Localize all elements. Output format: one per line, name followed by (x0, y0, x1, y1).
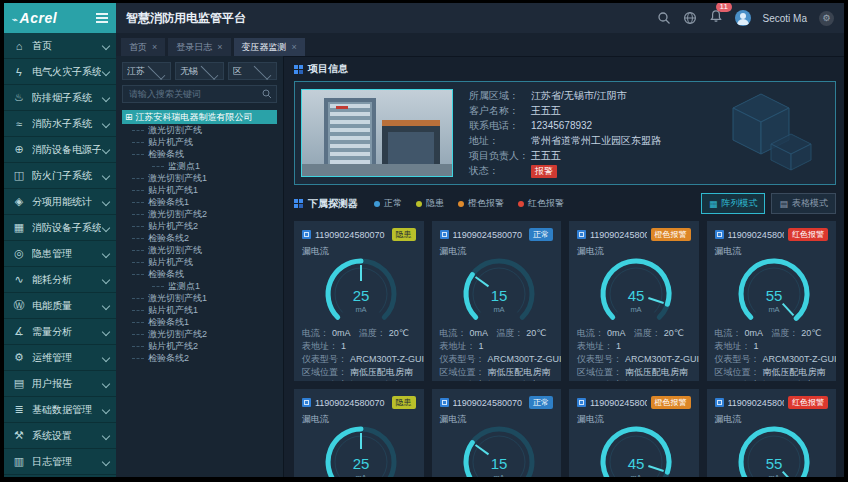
tab-1[interactable]: 首页× (121, 38, 165, 56)
sidebar-item-log-mgmt[interactable]: ▥日志管理 (4, 449, 116, 475)
stat-value: 0mA (332, 327, 351, 340)
leakage-gauge: 55mA (715, 256, 833, 326)
detector-card[interactable]: 11909024580070红色报警漏电流55mA电流：0mA温度：20℃表地址… (707, 221, 837, 381)
stat-value: 0mA (607, 327, 626, 340)
hamburger-menu-icon[interactable] (96, 11, 108, 25)
leakage-gauge: 15mA (440, 256, 558, 326)
sidebar-item-energy-stat[interactable]: ◈分项用能统计 (4, 189, 116, 215)
tree-item[interactable]: 监测点1 (122, 160, 277, 172)
tree-search-input[interactable] (127, 88, 262, 100)
stat-value: ARCM300T-Z-GUIM (488, 353, 562, 366)
tab-2[interactable]: 登录日志× (168, 38, 230, 56)
sidebar-item-demand-analysis[interactable]: ∡需量分析 (4, 319, 116, 345)
stat-label: 表地址： (440, 340, 476, 353)
sidebar-item-base-data[interactable]: ≣基础数据管理 (4, 397, 116, 423)
tree-item[interactable]: 贴片机产线 (122, 136, 277, 148)
tree-item[interactable]: 检验条线2 (122, 232, 277, 244)
meter-icon (577, 230, 586, 239)
province-select[interactable]: 江苏省 (122, 62, 171, 80)
detector-card[interactable]: 11909024580070橙色报警漏电流45mA电流：0mA温度：20℃表地址… (569, 389, 699, 477)
notifications-button[interactable]: 11 (709, 9, 723, 27)
sidebar-item-energy-analysis[interactable]: ∿能耗分析 (4, 267, 116, 293)
tree-item[interactable]: 监测点1 (122, 280, 277, 292)
detector-card[interactable]: 11909024580070正常漏电流15mA电流：0mA温度：20℃表地址：1… (432, 389, 562, 477)
settings-gear-icon[interactable]: ⚙ (819, 11, 834, 26)
stat-label: 仪表型号： (577, 353, 622, 366)
tree-item[interactable]: 贴片机产线2 (122, 220, 277, 232)
tree-item[interactable]: 贴片机产线2 (122, 340, 277, 352)
fullscreen-icon[interactable] (683, 11, 697, 25)
tab-3[interactable]: 变压器监测× (234, 38, 305, 56)
tree-item[interactable]: 激光切割产线2 (122, 328, 277, 340)
energy-stat-icon: ◈ (11, 195, 27, 208)
gauge-wrap: 25mA (302, 424, 416, 477)
tree-item-label: 检验条线 (148, 268, 184, 280)
chevron-down-icon (102, 327, 110, 335)
sidebar-item-fire-power[interactable]: ⊕消防设备电源子系统 (4, 137, 116, 163)
detector-card[interactable]: 11909024580070正常漏电流15mA电流：0mA温度：20℃表地址：1… (432, 221, 562, 381)
grid-mode-button[interactable]: ▦ 阵列模式 (701, 193, 766, 214)
sidebar-item-label: 消防设备子系统 (32, 221, 101, 235)
tree-item[interactable]: 贴片机产线 (122, 256, 277, 268)
sidebar-menu: ⌂首页ϟ电气火灾子系统♨防排烟子系统≈消防水子系统⊕消防设备电源子系统◫防火门子… (4, 33, 116, 475)
tree-item[interactable]: 检验条线 (122, 268, 277, 280)
stat-label: 温度： (359, 327, 386, 340)
svg-text:45: 45 (628, 455, 645, 472)
tree-item[interactable]: 贴片机产线1 (122, 184, 277, 196)
stat-value: 20℃ (526, 327, 546, 340)
tab-close-icon[interactable]: × (152, 42, 157, 52)
tree-item[interactable]: 激光切割产线 (122, 124, 277, 136)
sidebar-item-smoke-control[interactable]: ♨防排烟子系统 (4, 85, 116, 111)
stat-value: 20℃ (664, 327, 684, 340)
city-select[interactable]: 无锡市 (175, 62, 224, 80)
card-header: 11909024580070橙色报警 (577, 228, 691, 241)
current-stat: 电流：0mA (440, 327, 497, 340)
sidebar-item-label: 能耗分析 (32, 273, 101, 287)
sidebar-item-label: 分项用能统计 (32, 195, 101, 209)
sidebar-item-user-report[interactable]: ▤用户报告 (4, 371, 116, 397)
district-select[interactable]: 区 (228, 62, 277, 80)
sidebar-item-ops-mgmt[interactable]: ⚙运维管理 (4, 345, 116, 371)
tree-item[interactable]: 检验条线 (122, 148, 277, 160)
detector-card[interactable]: 11909024580070隐患漏电流25mA电流：0mA温度：20℃表地址：1… (294, 221, 424, 381)
tree-item[interactable]: 激光切割产线2 (122, 208, 277, 220)
sidebar-item-electric-fire[interactable]: ϟ电气火灾子系统 (4, 59, 116, 85)
sidebar-item-fire-door[interactable]: ◫防火门子系统 (4, 163, 116, 189)
tree-item[interactable]: 贴片机产线1 (122, 304, 277, 316)
tab-label: 登录日志 (176, 41, 212, 54)
stat-label: 温度： (496, 327, 523, 340)
sidebar-item-hazard-mgmt[interactable]: ◎隐患管理 (4, 241, 116, 267)
sidebar-item-system-settings[interactable]: ⚒系统设置 (4, 423, 116, 449)
field-label: 状态： (469, 163, 531, 178)
detector-card[interactable]: 11909024580070橙色报警漏电流45mA电流：0mA温度：20℃表地址… (569, 221, 699, 381)
stat-label: 表地址： (577, 340, 613, 353)
search-icon[interactable] (657, 11, 671, 25)
chevron-down-icon (102, 223, 110, 231)
chevron-down-icon (102, 405, 110, 413)
sidebar-item-fire-device[interactable]: ▦消防设备子系统 (4, 215, 116, 241)
tree-item[interactable]: 检验条线1 (122, 316, 277, 328)
sidebar-item-home[interactable]: ⌂首页 (4, 33, 116, 59)
gauge-wrap: 45mA (577, 424, 691, 477)
search-icon[interactable] (262, 89, 272, 99)
tree-item[interactable]: 检验条线1 (122, 196, 277, 208)
gauge-wrap: 55mA (715, 424, 829, 477)
user-avatar[interactable] (735, 10, 751, 26)
tab-close-icon[interactable]: × (292, 42, 297, 52)
stat-row: 区域位置：南低压配电房南低压配电房南低压配电房 (715, 366, 829, 381)
tree-root-node[interactable]: ⊞ 江苏安科瑞电器制造有限公司 (122, 110, 277, 124)
sidebar-item-power-quality[interactable]: Ⓦ电能质量 (4, 293, 116, 319)
detector-card[interactable]: 11909024580070红色报警漏电流55mA电流：0mA温度：20℃表地址… (707, 389, 837, 477)
tree-item[interactable]: 激光切割产线1 (122, 292, 277, 304)
username-label[interactable]: Secoti Ma (763, 13, 807, 24)
tree-item[interactable]: 激光切割产线 (122, 244, 277, 256)
tab-close-icon[interactable]: × (217, 42, 222, 52)
tree-item[interactable]: 激光切割产线1 (122, 172, 277, 184)
tree-connector (132, 190, 144, 191)
stat-row: 表地址：1 (715, 340, 829, 353)
detector-card[interactable]: 11909024580070隐患漏电流25mA电流：0mA温度：20℃表地址：1… (294, 389, 424, 477)
sidebar-item-fire-water[interactable]: ≈消防水子系统 (4, 111, 116, 137)
table-mode-button[interactable]: ▤ 表格模式 (771, 193, 836, 214)
svg-text:55: 55 (765, 287, 782, 304)
tree-item[interactable]: 检验条线2 (122, 352, 277, 364)
